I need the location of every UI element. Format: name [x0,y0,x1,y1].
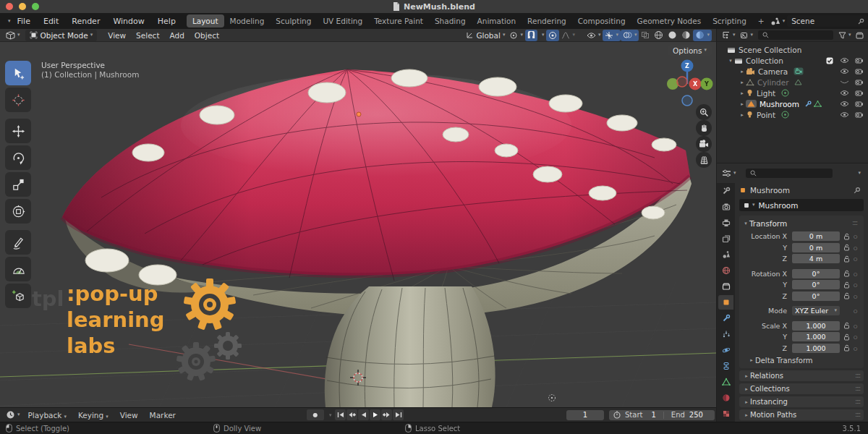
viewport-3d[interactable]: User Perspective (1) Collection | Mushro… [0,42,716,407]
camera-view-button[interactable] [696,136,712,152]
tool-select-box[interactable] [5,61,31,85]
animate-dot[interactable]: ○ [854,245,857,250]
tab-object-data[interactable] [718,375,733,389]
axis-neg-y-handle[interactable] [667,78,678,90]
scale-y-field[interactable]: 1.000 [792,332,840,341]
tab-physics[interactable] [718,343,733,357]
overlays-toggle[interactable]: ▾ [621,30,639,41]
panel-relations[interactable]: ▸Relations:::: [739,370,864,381]
tab-object[interactable] [718,295,733,310]
rotation-z-field[interactable]: 0° [792,292,840,301]
menu-window[interactable]: Window [106,17,150,26]
lock-icon[interactable] [843,322,850,329]
animate-dot[interactable]: ○ [854,294,857,299]
drag-handle[interactable]: :::: [855,386,860,392]
tool-cursor[interactable] [5,88,31,112]
properties-search-input[interactable] [746,169,833,178]
workspace-tab-sculpting[interactable]: Sculpting [270,14,317,27]
tool-transform[interactable] [5,199,31,224]
axis-neg-x-handle[interactable] [677,77,687,87]
pivot-point-selector[interactable]: ▾ [507,30,525,41]
prev-keyframe-button[interactable] [346,409,357,420]
tool-measure[interactable] [5,257,31,281]
current-frame-field[interactable]: 1 [566,410,604,420]
shading-wireframe-button[interactable] [652,30,665,41]
lock-icon[interactable] [843,255,850,263]
lock-icon[interactable] [843,233,850,240]
outliner-filter-button[interactable]: ▾ [836,30,854,41]
scene-selector[interactable]: Scene [787,15,868,27]
drag-handle[interactable]: :::: [852,220,857,226]
location-z-field[interactable]: 4 m [792,254,840,263]
add-workspace-button[interactable]: + [752,14,770,27]
axis-neg-z-handle[interactable] [682,95,692,106]
lock-icon[interactable] [843,281,850,289]
drag-handle[interactable]: :::: [855,412,860,418]
hide-eye-toggle[interactable] [840,57,849,64]
tab-world[interactable] [718,263,733,278]
panel-instancing[interactable]: ▸Instancing:::: [739,396,864,407]
workspace-tab-shading[interactable]: Shading [429,14,472,27]
shading-material-button[interactable] [679,30,693,41]
viewport-menu-object[interactable]: Object [190,31,224,40]
play-button[interactable] [370,409,380,420]
toggle-ortho-button[interactable] [696,152,712,168]
disable-render-toggle[interactable] [855,68,864,75]
show-object-types-dropdown[interactable]: ▾ [584,30,603,41]
start-frame-field[interactable]: 1 [651,411,655,419]
light-data-badge[interactable] [781,89,789,97]
animate-dot[interactable]: ○ [854,323,857,328]
animate-dot[interactable]: ○ [854,346,857,351]
tab-material[interactable] [718,391,733,405]
tab-tool[interactable] [718,184,733,198]
timeline-menu-view[interactable]: View [114,411,144,420]
mesh-data-badge[interactable] [814,101,822,107]
animate-dot[interactable]: ○ [854,234,857,239]
pin-icon[interactable] [858,18,864,25]
expand-icon[interactable]: ▸ [739,69,746,75]
transform-orientation-selector[interactable]: Global ▾ [464,30,507,41]
disable-render-toggle[interactable] [855,79,864,85]
workspace-tab-scripting[interactable]: Scripting [707,14,752,27]
tab-particles[interactable] [718,327,733,341]
options-button[interactable]: Options ▾ [668,45,712,56]
workspace-tab-modeling[interactable]: Modeling [224,14,271,27]
auto-keying-record-button[interactable]: ● [307,409,324,420]
shading-rendered-button[interactable]: ▾ [693,30,712,41]
workspace-tab-uv-editing[interactable]: UV Editing [317,14,368,27]
lock-icon[interactable] [843,244,850,251]
tab-modifiers[interactable] [718,311,733,326]
drag-handle[interactable]: :::: [855,373,860,379]
transform-panel-header[interactable]: ▾ Transform :::: [739,218,861,229]
scale-x-field[interactable]: 1.000 [792,321,840,331]
panel-motion-paths[interactable]: ▸Motion Paths:::: [739,409,864,420]
outliner-row-scene-collection[interactable]: Scene Collection [717,44,868,55]
hide-eye-toggle[interactable] [840,111,849,118]
snap-toggle[interactable] [525,30,537,41]
breadcrumb-object[interactable]: Mushroom [750,186,790,195]
xray-toggle[interactable] [639,30,652,41]
timeline-menu-playback[interactable]: Playback▾ [22,411,72,420]
light-data-badge[interactable] [781,111,789,119]
outliner-row-point[interactable]: ▸ Point [717,109,868,120]
tool-add-cube[interactable] [5,284,31,308]
keying-set-dropdown[interactable]: ▾ [329,413,332,418]
workspace-tab-layout[interactable]: Layout [187,14,224,27]
tool-rotate[interactable] [5,145,31,170]
gizmos-toggle[interactable]: ▾ [603,30,621,41]
workspace-tab-compositing[interactable]: Compositing [572,14,631,27]
editor-type-button[interactable]: ▾ [4,30,22,41]
drag-handle[interactable]: :::: [855,399,860,405]
animate-dot[interactable]: ○ [854,308,857,313]
lock-icon[interactable] [843,292,850,299]
timeline-menu-keying[interactable]: Keying▾ [72,411,114,420]
camera-data-badge[interactable] [793,67,804,75]
hide-eye-toggle[interactable] [840,90,849,96]
collapse-icon[interactable]: ▾ [727,58,734,64]
workspace-tab-animation[interactable]: Animation [472,14,522,27]
jump-to-start-button[interactable] [335,409,346,420]
object-name-field[interactable]: ▾ Mushroom [739,199,864,211]
scene-icon[interactable] [770,17,780,25]
panel-collections[interactable]: ▸Collections:::: [739,383,864,394]
proportional-falloff-dropdown[interactable]: ▾ [559,30,577,41]
